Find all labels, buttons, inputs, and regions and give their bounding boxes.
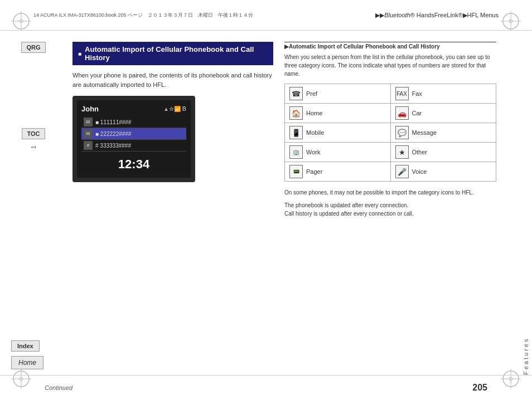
file-info: 14 ACURA ILX IMA-31TX86100.book 205 ページ … (33, 12, 375, 19)
icon-cell-pref: ☎ Pref (285, 84, 391, 103)
icon-cell-pager: 📟 Pager (285, 162, 391, 181)
icon-row-3: 📱 Mobile 💬 Message (285, 123, 496, 143)
bottom-bar: Continued 205 (0, 375, 532, 400)
car-icon: 🚗 (395, 106, 409, 120)
continued-label: Continued (45, 384, 72, 391)
mobile-icon: 📱 (289, 126, 303, 139)
right-note-2: The phonebook is updated after every con… (284, 201, 496, 218)
phone-contact-name: John ▲☆📶 B (81, 105, 186, 113)
phone-entries: ✉ ■ 111111#### ✉ ■ 222222#### # # 333333… (81, 116, 186, 152)
right-intro: When you select a person from the list i… (284, 53, 496, 78)
main-content: Automatic Import of Cellular Phonebook a… (67, 31, 532, 375)
icon-cell-voice: 🎤 Voice (391, 162, 496, 181)
car-label: Car (412, 110, 422, 116)
phone-entry-3: # # 333333#### (81, 140, 186, 152)
page-number: 205 (472, 383, 487, 393)
pager-label: Pager (306, 168, 322, 175)
icon-row-4: 🏢 Work ★ Other (285, 143, 496, 162)
voice-icon: 🎤 (395, 165, 409, 178)
pref-label: Pref (306, 90, 317, 97)
message-icon: 💬 (395, 126, 409, 139)
section-heading: Automatic Import of Cellular Phonebook a… (72, 42, 273, 65)
pager-icon: 📟 (289, 165, 303, 178)
icon-row-5: 📟 Pager 🎤 Voice (285, 162, 496, 181)
icon-cell-other: ★ Other (391, 143, 496, 162)
work-label: Work (306, 149, 320, 155)
home-badge[interactable]: Home (11, 356, 43, 369)
toc-section: TOC 1 (22, 128, 45, 149)
breadcrumb-title: ▶▶Bluetooth® HandsFreeLink®▶HFL Menus (375, 12, 499, 19)
phone-entry-2: ✉ ■ 222222#### (81, 128, 186, 140)
bottom-sidebar: Index Home (11, 340, 43, 369)
phone-screen-mockup: John ▲☆📶 B ✉ ■ 111111#### ✉ ■ 222222####… (72, 96, 195, 182)
mobile-label: Mobile (306, 129, 324, 136)
other-icon: ★ (395, 145, 409, 159)
fax-label: Fax (412, 90, 422, 97)
other-label: Other (412, 149, 428, 155)
top-header: 14 ACURA ILX IMA-31TX86100.book 205 ページ … (0, 0, 532, 31)
icon-row-1: ☎ Pref FAX Fax (285, 84, 496, 104)
right-heading: ▶Automatic Import of Cellular Phonebook … (284, 42, 496, 50)
phone-entry-1: ✉ ■ 111111#### (81, 116, 186, 128)
home-icon: 🏠 (289, 106, 303, 120)
pref-icon: ☎ (289, 87, 303, 100)
icon-grid: ☎ Pref FAX Fax 🏠 Home 🚗 Car (284, 84, 496, 182)
intro-text: When your phone is paired, the contents … (72, 71, 273, 89)
toc-badge[interactable]: TOC (22, 128, 45, 139)
toc-number: 1 (30, 145, 37, 149)
qrg-badge[interactable]: QRG (21, 42, 45, 53)
left-column: Automatic Import of Cellular Phonebook a… (72, 42, 273, 364)
icon-cell-fax: FAX Fax (391, 84, 496, 103)
message-label: Message (412, 129, 437, 136)
icon-cell-home: 🏠 Home (285, 104, 391, 123)
phone-time: 12:34 (81, 154, 186, 173)
right-note-1: On some phones, it may not be possible t… (284, 188, 496, 197)
icon-row-2: 🏠 Home 🚗 Car (285, 104, 496, 123)
voice-label: Voice (412, 168, 427, 175)
right-column: ▶Automatic Import of Cellular Phonebook … (284, 42, 496, 364)
icon-cell-mobile: 📱 Mobile (285, 123, 391, 142)
work-icon: 🏢 (289, 145, 303, 159)
left-sidebar: QRG TOC 1 (0, 31, 67, 375)
home-label: Home (306, 110, 322, 116)
icon-cell-car: 🚗 Car (391, 104, 496, 123)
fax-icon: FAX (395, 87, 409, 100)
icon-cell-work: 🏢 Work (285, 143, 391, 162)
icon-cell-message: 💬 Message (391, 123, 496, 142)
index-badge[interactable]: Index (11, 340, 40, 352)
